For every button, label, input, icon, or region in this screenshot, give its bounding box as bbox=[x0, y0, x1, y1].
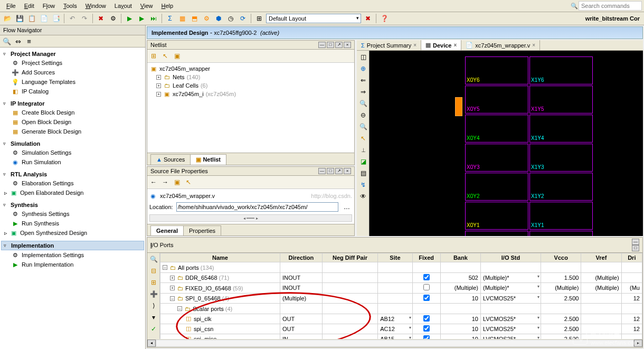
column-header[interactable]: Name bbox=[160, 253, 280, 262]
run-impl-icon[interactable]: ▶ bbox=[136, 13, 147, 24]
max-icon[interactable]: □ bbox=[327, 42, 334, 48]
paste-icon[interactable]: 📄 bbox=[39, 13, 49, 24]
netlist-top[interactable]: ▣xc7z045m_wrapper bbox=[149, 64, 353, 73]
mark-icon[interactable]: ▣ bbox=[172, 177, 182, 187]
nav-open-elab[interactable]: ▹▣Open Elaborated Design bbox=[1, 188, 144, 197]
menu-layout[interactable]: Layout bbox=[110, 1, 136, 11]
collapse-icon[interactable]: ≡ bbox=[24, 36, 34, 46]
menu-flow[interactable]: Flow bbox=[39, 1, 59, 11]
select-icon[interactable]: ◫ bbox=[358, 52, 368, 62]
table-row[interactable]: ◫spi_clkOUTAB1210LVCMOS25*2.50012 bbox=[160, 314, 642, 324]
menu-file[interactable]: File bbox=[2, 1, 20, 11]
fpga-region[interactable]: X0Y2 bbox=[465, 173, 528, 201]
nav-ip-integrator[interactable]: ▿IP Integrator bbox=[1, 99, 144, 108]
run-synth-icon[interactable]: ▶ bbox=[124, 13, 135, 24]
nav-run-impl[interactable]: ▶Run Implementation bbox=[1, 260, 144, 269]
tab-general[interactable]: General bbox=[150, 225, 184, 235]
nav-lang-templates[interactable]: 💡Language Templates bbox=[1, 77, 144, 87]
fpga-region[interactable]: X1Y1 bbox=[529, 202, 593, 230]
fwd-icon[interactable]: → bbox=[160, 177, 171, 187]
fixed-checkbox[interactable] bbox=[423, 315, 430, 322]
next-icon[interactable]: ⇒ bbox=[358, 87, 368, 97]
menu-view[interactable]: View bbox=[136, 1, 157, 11]
route-icon[interactable]: ↯ bbox=[358, 180, 368, 190]
column-header[interactable]: Direction bbox=[280, 253, 323, 262]
expand-icon[interactable]: + bbox=[156, 75, 161, 80]
table-row[interactable]: –🗀SPI_0_65468 (4)(Multiple)10LVCMOS25*2.… bbox=[160, 293, 642, 304]
float-icon[interactable]: ↗ bbox=[335, 42, 343, 48]
fpga-region[interactable]: X0Y0 bbox=[465, 231, 528, 236]
tab-wrapper-file[interactable]: 📄xc7z045m_wrapper.v× bbox=[461, 40, 540, 50]
nav-add-sources[interactable]: ➕Add Sources bbox=[1, 68, 144, 77]
horizontal-scrollbar[interactable]: ◂▸ bbox=[147, 339, 642, 347]
tab-netlist[interactable]: ▣ Netlist bbox=[190, 154, 226, 165]
table-row[interactable]: –🗀All ports (134) bbox=[160, 262, 642, 273]
fixed-checkbox[interactable] bbox=[423, 335, 430, 339]
io-icon[interactable]: ⬒ bbox=[189, 13, 200, 24]
expand-icon[interactable]: – bbox=[177, 306, 182, 311]
zoom-in-icon[interactable]: ⊕ bbox=[358, 63, 368, 74]
fpga-region[interactable]: X1Y2 bbox=[529, 173, 593, 201]
nav-elab-settings[interactable]: ⚙Elaboration Settings bbox=[1, 178, 144, 188]
filter-icon[interactable]: ▾ bbox=[148, 312, 159, 323]
schematic-icon[interactable]: ⟩ bbox=[148, 300, 159, 311]
refresh-icon[interactable]: ⟳ bbox=[238, 13, 248, 24]
tab-properties[interactable]: Properties bbox=[183, 225, 221, 235]
expand-icon[interactable]: ⇔ bbox=[13, 36, 23, 46]
search-icon[interactable]: 🔍 bbox=[148, 254, 159, 265]
expand-icon[interactable]: + bbox=[170, 286, 175, 290]
close-icon[interactable]: × bbox=[532, 42, 535, 48]
menu-tools[interactable]: Tools bbox=[59, 1, 81, 11]
open-icon[interactable]: 📂 bbox=[2, 13, 13, 24]
doc-icon[interactable]: 📑 bbox=[51, 13, 61, 24]
cursor-icon[interactable]: ↖ bbox=[358, 133, 368, 144]
fixed-checkbox[interactable] bbox=[423, 284, 430, 290]
close-icon[interactable]: × bbox=[344, 168, 351, 174]
netlist-inst[interactable]: +▣xc7z045m_i (xc7z045m) bbox=[149, 90, 353, 98]
min-icon[interactable]: — bbox=[632, 239, 639, 245]
location-input[interactable] bbox=[176, 202, 338, 212]
nav-sim-settings[interactable]: ⚙Simulation Settings bbox=[1, 148, 144, 157]
nav-open-block[interactable]: ▦Open Block Design bbox=[1, 117, 144, 127]
max-icon[interactable]: □ bbox=[327, 168, 334, 174]
scrollbar-icon[interactable]: ◂ ━━━ ▸ bbox=[149, 214, 352, 222]
min-icon[interactable]: — bbox=[318, 168, 326, 174]
zoom-area-icon[interactable]: 🔍 bbox=[358, 121, 368, 132]
nav-project-manager[interactable]: ▿Project Manager bbox=[1, 50, 144, 58]
block-icon[interactable]: ▦ bbox=[177, 13, 187, 24]
tab-device[interactable]: ▦Device× bbox=[421, 40, 461, 50]
cursor-icon[interactable]: ↖ bbox=[160, 51, 171, 61]
nav-synth-settings[interactable]: ⚙Synthesis Settings bbox=[1, 209, 144, 219]
gear-icon[interactable]: ⚙ bbox=[108, 13, 118, 24]
fpga-region[interactable]: X0Y5 bbox=[465, 86, 528, 114]
collapse-icon[interactable]: ⊟ bbox=[148, 266, 159, 276]
scroll-left-icon[interactable]: ◂ bbox=[147, 339, 156, 347]
fpga-region[interactable]: X0Y1 bbox=[465, 202, 528, 230]
fpga-region[interactable]: X1Y4 bbox=[529, 115, 593, 143]
nav-gen-block[interactable]: ▦Generate Block Design bbox=[1, 127, 144, 136]
column-header[interactable]: Site bbox=[378, 253, 412, 262]
search-input[interactable] bbox=[579, 1, 642, 11]
layout-icon[interactable]: ⊞ bbox=[254, 13, 264, 24]
sigma-icon[interactable]: Σ bbox=[165, 13, 175, 24]
device-canvas[interactable]: X0Y6X1Y6X0Y5X1Y5X0Y4X1Y4X0Y3X1Y3X0Y2X1Y2… bbox=[370, 51, 643, 236]
nav-run-synth[interactable]: ▶Run Synthesis bbox=[1, 219, 144, 228]
nav-open-synth[interactable]: ▹▣Open Synthesized Design bbox=[1, 228, 144, 238]
fpga-region[interactable]: X1Y6 bbox=[529, 56, 593, 84]
nav-synthesis[interactable]: ▿Synthesis bbox=[1, 201, 144, 209]
prev-icon[interactable]: ⇐ bbox=[358, 75, 368, 86]
pin-icon[interactable]: ⬢ bbox=[213, 13, 224, 24]
column-header[interactable]: I/O Std bbox=[480, 253, 541, 262]
table-row[interactable]: +🗀DDR_65468 (71)INOUT502(Multiple)*1.500… bbox=[160, 272, 642, 283]
fpga-region[interactable]: X0Y6 bbox=[465, 56, 528, 84]
column-header[interactable]: Vref bbox=[581, 253, 621, 262]
fixed-checkbox[interactable] bbox=[423, 325, 430, 332]
layout-dropdown[interactable]: Default Layout bbox=[266, 14, 361, 23]
tab-sources[interactable]: ▲ Sources bbox=[150, 154, 191, 165]
fpga-region[interactable]: X1Y5 bbox=[529, 86, 593, 114]
max-icon[interactable]: □ bbox=[632, 245, 639, 251]
fixed-checkbox[interactable] bbox=[423, 295, 430, 301]
reset-layout-icon[interactable]: ✖ bbox=[363, 13, 373, 24]
table-row[interactable]: ◫spi_csnOUTAC1210LVCMOS25*2.50012 bbox=[160, 324, 642, 334]
zoom-fit-icon[interactable]: 🔍 bbox=[358, 98, 368, 109]
